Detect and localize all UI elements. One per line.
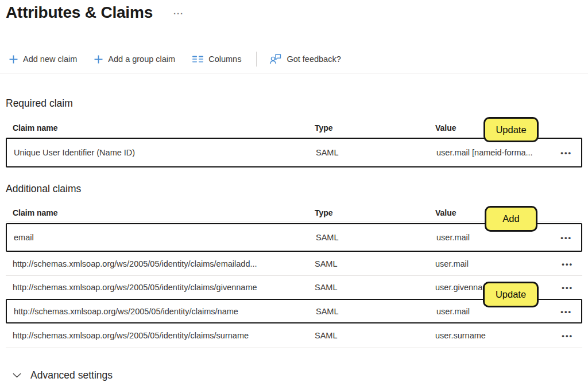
claim-type-cell: SAML (316, 233, 436, 242)
got-feedback-button[interactable]: Got feedback? (268, 51, 342, 67)
claim-value-cell: user.surname (435, 331, 549, 340)
additional-claims-heading: Additional claims (6, 183, 81, 195)
claim-type-cell: SAML (316, 148, 436, 157)
claim-name-cell: http://schemas.xmlsoap.org/ws/2005/05/id… (6, 331, 315, 340)
plus-icon (9, 55, 18, 64)
toolbar-separator (0, 73, 588, 73)
claim-value-cell: user.mail (435, 259, 549, 268)
annotation-update-name-claim: Update (483, 282, 539, 307)
claim-row-surname[interactable]: http://schemas.xmlsoap.org/ws/2005/05/id… (6, 323, 582, 348)
claim-row-emailaddress[interactable]: http://schemas.xmlsoap.org/ws/2005/05/id… (6, 252, 582, 276)
annotation-update-required-claim: Update (483, 117, 539, 142)
row-more-menu-icon[interactable]: ••• (562, 332, 573, 340)
claim-name-cell: http://schemas.xmlsoap.org/ws/2005/05/id… (6, 283, 315, 292)
claim-type-cell: SAML (316, 307, 436, 316)
add-group-claim-button[interactable]: Add a group claim (93, 52, 176, 66)
advanced-settings-label: Advanced settings (30, 369, 113, 381)
claim-name-cell: http://schemas.xmlsoap.org/ws/2005/05/id… (7, 307, 316, 316)
claim-type-cell: SAML (315, 259, 435, 268)
chevron-down-icon (13, 373, 21, 378)
row-more-menu-icon[interactable]: ••• (562, 283, 573, 292)
columns-label: Columns (208, 54, 241, 64)
plus-icon (94, 55, 103, 64)
claim-value-cell: user.mail (436, 233, 548, 242)
row-more-menu-icon[interactable]: ••• (560, 149, 572, 157)
add-new-claim-button[interactable]: Add new claim (8, 52, 78, 66)
page-header: Attributes & Claims ··· (6, 3, 184, 22)
claim-name-cell: email (7, 233, 316, 242)
annotation-add-email-claim: Add (485, 206, 537, 232)
claim-value-cell: user.mail (436, 307, 548, 316)
column-header-type: Type (315, 123, 435, 132)
advanced-settings-toggle[interactable]: Advanced settings (13, 369, 113, 381)
add-group-claim-label: Add a group claim (108, 54, 175, 64)
claim-type-cell: SAML (315, 283, 435, 292)
row-more-menu-icon[interactable]: ••• (562, 260, 573, 268)
column-header-claim-name: Claim name (6, 123, 315, 132)
toolbar-divider (256, 52, 257, 67)
row-more-menu-icon[interactable]: ••• (560, 307, 572, 316)
page-more-menu-icon[interactable]: ··· (173, 8, 184, 18)
claim-value-cell: user.mail [nameid-forma... (436, 148, 548, 157)
claim-name-cell: http://schemas.xmlsoap.org/ws/2005/05/id… (6, 259, 315, 268)
page-title: Attributes & Claims (6, 3, 153, 22)
row-more-menu-icon[interactable]: ••• (560, 233, 572, 242)
got-feedback-label: Got feedback? (287, 54, 341, 64)
claim-name-cell: Unique User Identifier (Name ID) (7, 148, 316, 157)
columns-icon (192, 55, 203, 63)
feedback-icon (269, 53, 281, 65)
columns-button[interactable]: Columns (191, 52, 242, 66)
column-header-claim-name: Claim name (6, 208, 315, 217)
required-claim-heading: Required claim (6, 98, 73, 110)
command-bar: Add new claim Add a group claim Columns (8, 49, 342, 69)
add-new-claim-label: Add new claim (23, 54, 77, 64)
claim-type-cell: SAML (315, 331, 435, 340)
column-header-type: Type (315, 208, 435, 217)
